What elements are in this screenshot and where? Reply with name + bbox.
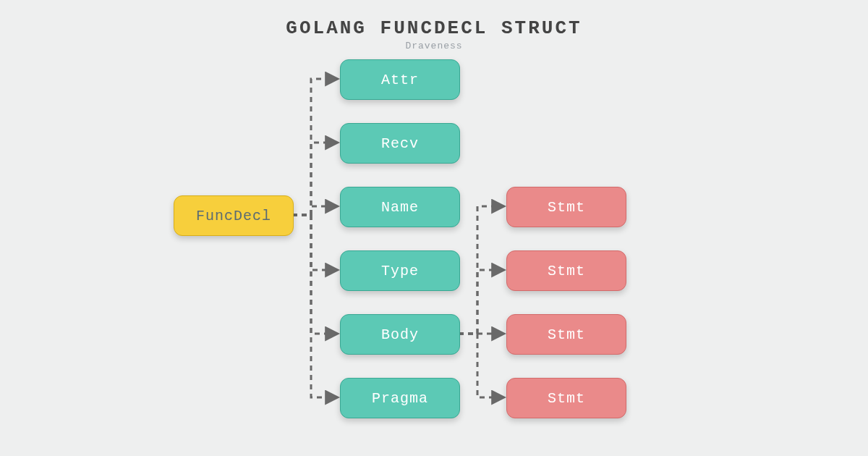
node-label: Stmt — [548, 326, 585, 343]
node-label: Attr — [381, 72, 419, 88]
edge-root-type — [292, 215, 337, 270]
node-body: Body — [340, 314, 460, 355]
node-label: Recv — [381, 135, 419, 152]
edge-root-pragma — [292, 215, 337, 397]
node-label: FuncDecl — [196, 208, 271, 224]
diagram-subtitle: Draveness — [0, 41, 868, 51]
node-attr: Attr — [340, 59, 460, 100]
node-type: Type — [340, 250, 460, 291]
edge-root-body — [292, 215, 337, 334]
node-recv: Recv — [340, 123, 460, 164]
edge-body-stmt-1 — [459, 270, 503, 334]
edge-root-name — [292, 206, 337, 215]
edge-root-recv — [292, 143, 337, 215]
node-stmt: Stmt — [506, 378, 626, 418]
diagram-title: GOLANG FUNCDECL STRUCT — [0, 17, 868, 39]
node-label: Stmt — [548, 263, 585, 279]
node-label: Pragma — [372, 390, 428, 407]
node-stmt: Stmt — [506, 250, 626, 291]
node-pragma: Pragma — [340, 378, 460, 418]
node-label: Stmt — [548, 390, 585, 407]
diagram-canvas: GOLANG FUNCDECL STRUCT Draveness FuncDec… — [0, 0, 868, 456]
edge-body-stmt-0 — [459, 206, 503, 334]
node-label: Body — [381, 326, 419, 343]
edge-root-attr — [292, 79, 337, 215]
node-name: Name — [340, 187, 460, 227]
edge-body-stmt-3 — [459, 334, 503, 397]
node-stmt: Stmt — [506, 314, 626, 355]
node-stmt: Stmt — [506, 187, 626, 227]
node-label: Stmt — [548, 199, 585, 216]
node-funcdecl: FuncDecl — [174, 195, 294, 236]
node-label: Type — [381, 263, 419, 279]
node-label: Name — [381, 199, 419, 216]
